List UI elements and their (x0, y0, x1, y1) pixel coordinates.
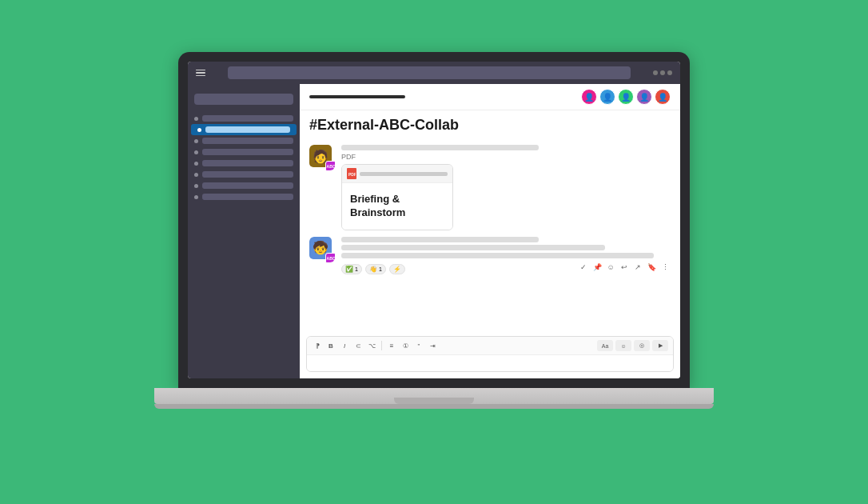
sidebar-dot-8 (194, 195, 198, 199)
dot-2 (660, 70, 665, 75)
dot-3 (667, 70, 672, 75)
message-actions: ✓ 📌 ☺ ↩ ↗ 🔖 ⋮ (578, 262, 671, 273)
message-editor[interactable]: ⁋ B I ⊂ ⌥ ≡ ① " ⇥ Aa ☺ (306, 336, 674, 372)
dot-1 (653, 70, 658, 75)
sidebar-label-8 (202, 194, 293, 200)
laptop-screen: 👤 👤 👤 👤 👤 (178, 52, 690, 388)
avatar-badge-1: ABC (325, 161, 335, 170)
add-reaction-icon: ⚡ (393, 266, 401, 273)
pdf-card-body: Briefing & Brainstorm (342, 183, 452, 230)
header-avatar-4: 👤 (636, 89, 652, 105)
toolbar-bold-btn[interactable]: B (325, 340, 336, 351)
sidebar-item-3[interactable] (188, 135, 300, 146)
sidebar-item-6[interactable] (188, 169, 300, 180)
toolbar-code-btn[interactable]: ⌥ (366, 340, 377, 351)
toolbar-ordered-list-btn[interactable]: ① (400, 340, 411, 351)
pdf-card[interactable]: PDF Briefing & Brainstorm (341, 164, 453, 230)
sidebar-dot-5 (194, 162, 198, 166)
header-avatar-2: 👤 (599, 89, 615, 105)
channel-title: #External-ABC-Collab (300, 110, 680, 138)
message-1-pdf-label: PDF (341, 153, 671, 161)
editor-input[interactable] (307, 355, 673, 371)
pdf-card-header: PDF (342, 165, 452, 183)
sidebar-item-1[interactable] (188, 113, 300, 124)
reaction-count-1: 1 (355, 266, 358, 272)
message-1-name-line (341, 145, 539, 150)
toolbar-emoji-btn[interactable]: ☺ (615, 340, 631, 351)
message-2-text-line-1 (341, 245, 605, 250)
sidebar-item-2[interactable] (191, 124, 297, 135)
message-1-content: PDF PDF (341, 145, 671, 230)
message-1: 🧑 ABC PDF (309, 145, 671, 230)
chat-area: 👤 👤 👤 👤 👤 (300, 84, 680, 378)
editor-toolbar: ⁋ B I ⊂ ⌥ ≡ ① " ⇥ Aa ☺ (307, 337, 673, 355)
sidebar-item-5[interactable] (188, 158, 300, 169)
action-pin-icon[interactable]: 📌 (591, 262, 603, 273)
action-share-icon[interactable]: ↗ (632, 262, 643, 273)
sidebar-label-1 (202, 115, 293, 122)
checkmark-icon: ✅ (345, 266, 353, 273)
header-avatar-3: 👤 (618, 89, 634, 105)
hamburger-icon[interactable] (196, 70, 205, 77)
laptop: 👤 👤 👤 👤 👤 (162, 52, 706, 452)
toolbar-indent-btn[interactable]: ⇥ (427, 340, 438, 351)
chat-messages: 🧑 ABC PDF (300, 138, 680, 336)
sidebar-item-4[interactable] (188, 146, 300, 158)
sidebar-dot-7 (194, 184, 198, 188)
toolbar-send-btn[interactable]: ▶ (652, 340, 668, 351)
toolbar-attach-btn[interactable]: ◎ (634, 340, 650, 351)
sidebar-item-7[interactable] (188, 180, 300, 191)
message-2-name-line (341, 237, 539, 242)
screen-body: 👤 👤 👤 👤 👤 (188, 84, 680, 378)
svg-text:PDF: PDF (348, 172, 356, 177)
sidebar-dot-3 (194, 139, 198, 143)
message-reactions: ✅ 1 👋 1 ⚡ (341, 264, 405, 274)
action-checkmark-icon[interactable]: ✓ (578, 262, 589, 273)
action-bookmark-icon[interactable]: 🔖 (646, 262, 657, 273)
reaction-checkmark[interactable]: ✅ 1 (341, 264, 362, 274)
header-avatar-5: 👤 (655, 89, 671, 105)
sidebar-label-2 (205, 126, 290, 133)
topbar-search-bar (228, 66, 631, 79)
action-emoji-icon[interactable]: ☺ (605, 262, 616, 273)
toolbar-separator-1 (381, 341, 382, 350)
sidebar-dot-2 (197, 128, 201, 132)
sidebar-label-3 (202, 138, 293, 144)
sidebar-label-5 (202, 160, 293, 166)
action-more-icon[interactable]: ⋮ (659, 262, 671, 273)
sidebar-dot-1 (194, 117, 198, 121)
sidebar-label-6 (202, 171, 293, 178)
header-avatar-1: 👤 (581, 89, 597, 105)
pdf-file-icon: PDF (347, 168, 356, 179)
toolbar-paragraph-btn[interactable]: ⁋ (312, 340, 323, 351)
sidebar-label-7 (202, 182, 293, 189)
sidebar-item-8[interactable] (188, 191, 300, 202)
sidebar-dot-6 (194, 173, 198, 177)
screen-content: 👤 👤 👤 👤 👤 (188, 62, 680, 378)
avatar-badge-2: ABC (325, 253, 335, 262)
toolbar-list-btn[interactable]: ≡ (386, 340, 397, 351)
message-2-bottom-row: ✅ 1 👋 1 ⚡ (341, 261, 671, 274)
pdf-title: Briefing & Brainstorm (350, 193, 444, 220)
message-2-text-line-2 (341, 253, 654, 258)
toolbar-italic-btn[interactable]: I (339, 340, 350, 351)
wave-icon: 👋 (369, 266, 377, 273)
topbar-dots (653, 70, 672, 75)
chat-header-avatars: 👤 👤 👤 👤 👤 (581, 89, 671, 105)
chat-header-bar (309, 95, 405, 98)
sidebar-search[interactable] (194, 94, 293, 105)
toolbar-right: Aa ☺ ◎ ▶ (597, 340, 668, 351)
reaction-add[interactable]: ⚡ (389, 264, 405, 274)
laptop-base (154, 388, 714, 404)
toolbar-format-btn[interactable]: Aa (597, 340, 613, 351)
message-1-avatar: 🧑 ABC (309, 145, 335, 170)
sidebar-label-4 (202, 149, 293, 155)
toolbar-quote-btn[interactable]: " (413, 340, 424, 351)
action-reply-icon[interactable]: ↩ (619, 262, 630, 273)
laptop-bottom (154, 404, 714, 409)
message-2: 🧒 ABC ✅ (309, 237, 671, 274)
reaction-wave[interactable]: 👋 1 (365, 264, 386, 274)
toolbar-link-btn[interactable]: ⊂ (352, 340, 364, 351)
screen-topbar (188, 62, 680, 84)
pdf-card-title-bar (360, 172, 448, 176)
